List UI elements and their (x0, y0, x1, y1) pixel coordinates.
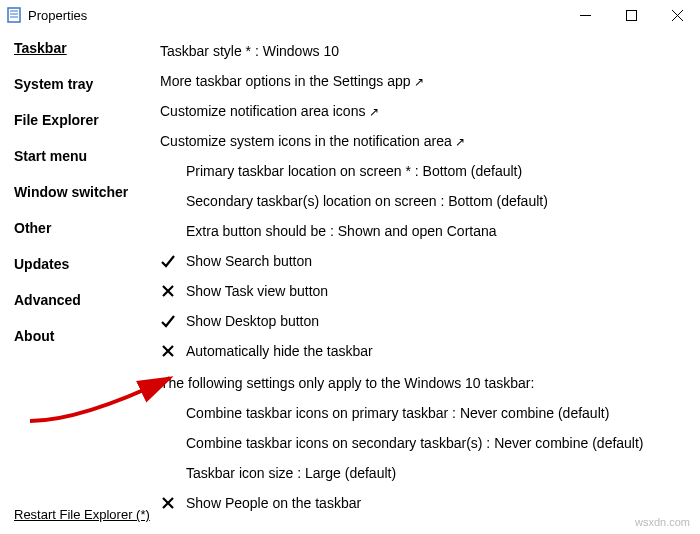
setting-row[interactable]: Combine taskbar icons on primary taskbar… (160, 398, 700, 428)
close-button[interactable] (654, 0, 700, 30)
nav-item-start-menu[interactable]: Start menu (14, 148, 160, 164)
x-icon (160, 343, 176, 359)
setting-label: Show People on the taskbar (186, 495, 361, 511)
section-heading: The following settings only apply to the… (160, 375, 534, 391)
setting-label: Taskbar icon size : Large (default) (186, 465, 396, 481)
setting-link[interactable]: Customize system icons in the notificati… (160, 133, 465, 149)
setting-label: Show Search button (186, 253, 312, 269)
nav-item-file-explorer[interactable]: File Explorer (14, 112, 160, 128)
svg-rect-0 (8, 8, 20, 22)
sidebar: TaskbarSystem trayFile ExplorerStart men… (14, 34, 160, 534)
check-icon (160, 313, 176, 329)
setting-link[interactable]: More taskbar options in the Settings app (160, 73, 424, 89)
maximize-button[interactable] (608, 0, 654, 30)
nav-item-updates[interactable]: Updates (14, 256, 160, 272)
app-icon (6, 7, 22, 23)
setting-label: Primary taskbar location on screen * : B… (186, 163, 522, 179)
setting-row[interactable]: Show Search button (160, 246, 700, 276)
restart-explorer-link[interactable]: Restart File Explorer (*) (14, 507, 150, 522)
setting-row: The following settings only apply to the… (160, 368, 700, 398)
svg-rect-5 (626, 10, 636, 20)
window-controls (562, 0, 700, 30)
nav-item-other[interactable]: Other (14, 220, 160, 236)
setting-row[interactable]: Taskbar icon size : Large (default) (160, 458, 700, 488)
setting-label: Combine taskbar icons on primary taskbar… (186, 405, 609, 421)
setting-row[interactable]: Show Desktop button (160, 306, 700, 336)
setting-label: Extra button should be : Shown and open … (186, 223, 497, 239)
window-title: Properties (28, 8, 87, 23)
setting-label: Automatically hide the taskbar (186, 343, 373, 359)
x-icon (160, 495, 176, 511)
setting-row[interactable]: Combine taskbar icons on secondary taskb… (160, 428, 700, 458)
setting-row[interactable]: Customize system icons in the notificati… (160, 126, 700, 156)
setting-label: Show Desktop button (186, 313, 319, 329)
nav-item-about[interactable]: About (14, 328, 160, 344)
setting-row[interactable]: Extra button should be : Shown and open … (160, 216, 700, 246)
setting-row[interactable]: Show Task view button (160, 276, 700, 306)
x-icon (160, 283, 176, 299)
titlebar: Properties (0, 0, 700, 30)
nav-item-window-switcher[interactable]: Window switcher (14, 184, 160, 200)
setting-row[interactable]: Secondary taskbar(s) location on screen … (160, 186, 700, 216)
setting-row[interactable]: Taskbar style * : Windows 10 (160, 36, 700, 66)
setting-row[interactable]: Automatically hide the taskbar (160, 336, 700, 366)
check-icon (160, 253, 176, 269)
setting-label: Combine taskbar icons on secondary taskb… (186, 435, 644, 451)
setting-row[interactable]: More taskbar options in the Settings app (160, 66, 700, 96)
setting-link[interactable]: Customize notification area icons (160, 103, 379, 119)
main-panel: Taskbar style * : Windows 10More taskbar… (160, 34, 700, 534)
setting-row[interactable]: Primary taskbar location on screen * : B… (160, 156, 700, 186)
setting-row[interactable]: Customize notification area icons (160, 96, 700, 126)
setting-label: Secondary taskbar(s) location on screen … (186, 193, 548, 209)
nav-item-taskbar[interactable]: Taskbar (14, 40, 160, 56)
watermark: wsxdn.com (635, 516, 690, 528)
setting-label: Show Task view button (186, 283, 328, 299)
setting-row[interactable]: Show People on the taskbar (160, 488, 700, 518)
setting-label: Taskbar style * : Windows 10 (160, 43, 339, 59)
minimize-button[interactable] (562, 0, 608, 30)
nav-item-advanced[interactable]: Advanced (14, 292, 160, 308)
nav-item-system-tray[interactable]: System tray (14, 76, 160, 92)
